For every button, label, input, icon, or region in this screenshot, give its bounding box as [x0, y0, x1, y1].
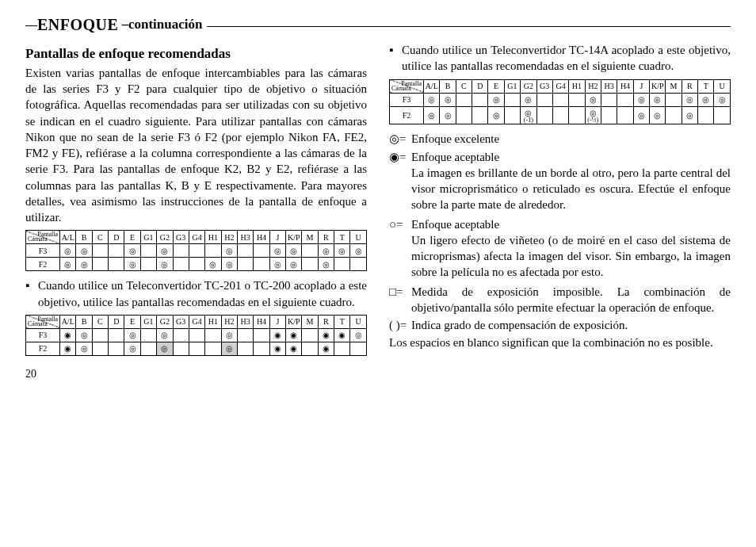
table-header-row: Cámara Pantalla A/LBCDEG1G2G3G4H1H2H3H4J…: [26, 231, 367, 244]
header-title: ENFOQUE: [37, 14, 118, 36]
table-header-row: Cámara Pantalla A/LBCDEG1G2G3G4H1H2H3H4J…: [26, 315, 367, 328]
right-column: ▪ Cuando utilice un Teleconvertidor TC-1…: [389, 40, 731, 382]
table-row: F2 ◎◎◎◎◎◎◎◎◎: [26, 258, 367, 271]
filled-circle-icon: ◉=: [389, 149, 411, 165]
legend-acceptable-1: ◉= Enfoque aceptable: [389, 149, 731, 165]
open-circle-icon: ○=: [389, 216, 411, 232]
table-row: F2 ◎◎◎ ◎(-1) ◎(-½) ◎◎◎: [390, 106, 731, 124]
focus-table-1: Cámara Pantalla A/LBCDEG1G2G3G4H1H2H3H4J…: [25, 230, 367, 271]
subtitle: Pantallas de enfoque recomendadas: [25, 45, 367, 63]
table-row: F3 ◉◎◎◎◎◉◉◉◉◎: [26, 328, 367, 342]
legend-excellent: ◎= Enfoque excelente: [389, 131, 731, 147]
square-bullet-icon: ▪: [389, 42, 402, 75]
table-header-row: Cámara Pantalla A/LBCDEG1G2G3G4H1H2H3H4J…: [390, 79, 731, 93]
focus-table-2: Cámara Pantalla A/LBCDEG1G2G3G4H1H2H3H4J…: [25, 315, 367, 356]
legend-impossible: □= Medida de exposición imposible. La co…: [389, 284, 731, 316]
parentheses-icon: ( )=: [389, 317, 411, 333]
square-icon: □=: [389, 284, 411, 316]
left-column: Pantallas de enfoque recomendadas Existe…: [25, 40, 367, 382]
corner-cell: Cámara Pantalla: [26, 231, 60, 244]
intro-paragraph: Existen varias pantallas de enfoque inte…: [25, 65, 367, 226]
table-row: F3 ◎◎◎◎◎◎◎◎◎◎: [390, 93, 731, 106]
square-bullet-icon: ▪: [25, 277, 38, 310]
bullet-tc14a: ▪ Cuando utilice un Teleconvertidor TC-1…: [389, 42, 731, 75]
legend-desc: La imagen es brillante de un borde al ot…: [389, 165, 731, 213]
double-circle-icon: ◎=: [389, 131, 411, 147]
legend-desc: Un ligero efecto de viñeteo (o de moiré …: [389, 232, 731, 281]
bullet-tc201: ▪ Cuando utilice un Teleconvertidor TC-2…: [25, 277, 367, 310]
header-cont: –continuación: [121, 16, 202, 34]
focus-table-3: Cámara Pantalla A/LBCDEG1G2G3G4H1H2H3H4J…: [389, 79, 731, 125]
section-header: — ENFOQUE –continuación: [25, 14, 731, 36]
table-row: F3 ◎◎◎◎◎◎◎◎◎◎: [26, 244, 367, 258]
corner-cell: Cámara Pantalla: [26, 315, 60, 328]
table-row: F2 ◉◎◎◎◎◉◉◉: [26, 342, 367, 355]
corner-cell: Cámara Pantalla: [390, 79, 424, 93]
legend-compensation: ( )= Indica grado de compensación de exp…: [389, 317, 731, 333]
legend-blank: Los espacios en blanco significan que la…: [389, 335, 731, 350]
page-number: 20: [25, 367, 367, 382]
legend-acceptable-2: ○= Enfoque aceptable: [389, 216, 731, 232]
